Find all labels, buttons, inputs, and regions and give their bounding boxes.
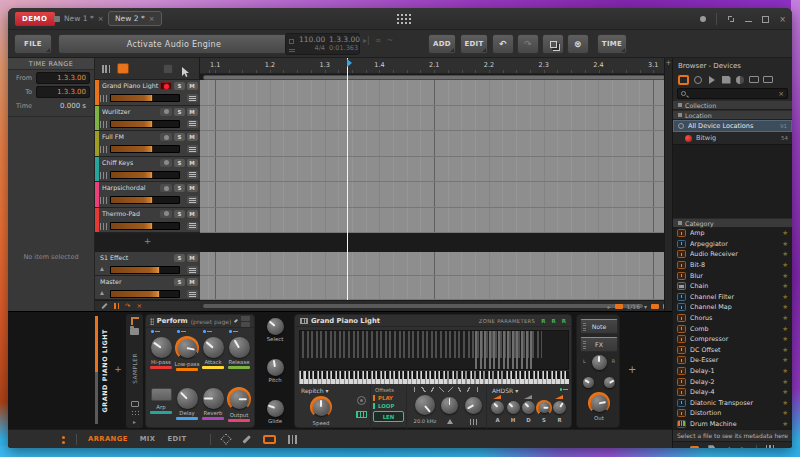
automation-follow-icon[interactable] [114, 303, 119, 309]
track-header[interactable]: HarpsichordalSM [95, 182, 200, 208]
favorite-star-icon[interactable]: ★ [782, 325, 788, 333]
track-header[interactable]: WurlitzerSM [95, 106, 200, 132]
sustain-knob[interactable] [536, 400, 552, 416]
plugins-tab-icon[interactable] [749, 76, 759, 83]
favorite-star-icon[interactable]: ★ [782, 399, 788, 407]
cutoff-knob[interactable] [415, 395, 435, 415]
mute-button[interactable]: M [187, 210, 198, 218]
track-meter-button[interactable] [187, 222, 198, 230]
panel-menu-icon[interactable] [62, 436, 65, 439]
browser-category-item[interactable]: Diatonic Transposer★ [673, 398, 792, 409]
solo-button[interactable]: S [174, 210, 185, 218]
release-control[interactable]: Release [226, 329, 252, 378]
browser-category-item[interactable]: Comb★ [673, 323, 792, 334]
preset-folder-icon[interactable] [130, 328, 139, 335]
ruler-label[interactable]: 1.3 [320, 61, 330, 69]
vst-tab-icon[interactable] [763, 76, 773, 83]
window-close-icon[interactable]: × [779, 15, 786, 24]
track-header[interactable]: Thermo-PadSM [95, 208, 200, 234]
arp-pad-button[interactable] [151, 388, 172, 401]
browser-category-item[interactable]: Channel Filter★ [673, 292, 792, 303]
knob[interactable] [203, 388, 224, 409]
ruler-label[interactable]: 1.4 [374, 61, 384, 69]
hi-pass-control[interactable]: Hi-pass [148, 329, 174, 378]
delay-control[interactable]: Delay [174, 380, 200, 429]
select-macro-knob[interactable]: Select [267, 318, 284, 342]
device-chain-column[interactable]: SAMPLER ▸ [126, 314, 143, 428]
arranger-special-lane[interactable] [200, 252, 672, 276]
activate-audio-engine-button[interactable]: Activate Audio Engine [58, 34, 290, 54]
favorite-star-icon[interactable]: ★ [782, 388, 788, 396]
time-signature-display[interactable]: 4/4 [299, 45, 325, 52]
volume-slider[interactable] [110, 171, 180, 179]
pen-tool-icon[interactable] [242, 435, 250, 443]
vertical-zoom-strip[interactable]: + [664, 58, 672, 311]
audio-event-icon[interactable] [651, 304, 659, 309]
ruler-label[interactable]: 2.1 [429, 61, 439, 69]
solo-button[interactable]: S [174, 82, 185, 90]
note-fx-slot[interactable]: Note [580, 319, 618, 334]
track-header[interactable]: MasterSM [95, 276, 200, 300]
presets-tab-icon[interactable] [694, 76, 702, 84]
track-header[interactable]: S1 EffectSM [95, 252, 200, 276]
playback-mode-select[interactable]: Repitch ▾ [301, 387, 328, 394]
favorite-star-icon[interactable]: ★ [782, 346, 788, 354]
solo-button[interactable]: S [174, 254, 185, 262]
record-arm-button[interactable] [160, 210, 172, 218]
volume-slider[interactable] [110, 120, 180, 128]
track-header[interactable]: Grand Piano LightSM [95, 80, 200, 106]
filter-shape-icon[interactable] [465, 387, 472, 392]
arranger-track-lane[interactable] [200, 208, 672, 234]
browser-category-item[interactable]: Arpeggiator★ [673, 239, 792, 250]
beat-ruler[interactable]: 1.11.21.31.42.12.22.32.43.1 [200, 58, 672, 74]
browser-category-item[interactable]: Delay-1★ [673, 366, 792, 377]
page-up-down-buttons[interactable] [241, 316, 250, 327]
record-arm-button[interactable] [160, 159, 172, 167]
knob[interactable] [267, 318, 284, 335]
redo-icon[interactable]: ↷ [517, 34, 539, 54]
cancel-icon[interactable]: ⊗ [567, 34, 589, 54]
record-arm-button[interactable] [160, 108, 172, 116]
add-device-start-button[interactable]: + [112, 364, 124, 378]
view-edit-button[interactable]: EDIT [167, 435, 186, 443]
undo-icon[interactable]: ↶ [492, 34, 514, 54]
volume-slider[interactable] [110, 196, 180, 204]
favorite-star-icon[interactable]: ★ [782, 250, 788, 258]
samples-tab-icon[interactable] [709, 76, 715, 84]
knob[interactable] [229, 337, 250, 358]
browser-category-item[interactable]: Delay-4★ [673, 387, 792, 398]
devices-tab-icon[interactable] [678, 75, 689, 85]
device-panel-toggle-icon[interactable] [263, 435, 276, 444]
horizontal-scrollbar[interactable] [203, 304, 643, 308]
window-maximize-icon[interactable] [762, 16, 769, 23]
wrench-icon[interactable] [234, 319, 238, 323]
sampler-device-label[interactable]: SAMPLER [132, 353, 138, 384]
solo-button[interactable]: S [174, 159, 185, 167]
knob[interactable] [267, 400, 284, 417]
browser-list-view-icon[interactable] [766, 445, 775, 448]
arranger-track-lane[interactable] [200, 182, 672, 208]
browser-category-item[interactable]: Chain★ [673, 281, 792, 292]
location-section-header[interactable]: Location [673, 110, 792, 120]
tab-close-icon[interactable]: × [98, 15, 104, 23]
view-mix-button[interactable]: MIX [140, 435, 156, 443]
browser-category-item[interactable]: Channel Map★ [673, 302, 792, 313]
filter-mix-knob[interactable] [465, 397, 482, 414]
browser-search-input[interactable]: × [677, 88, 788, 99]
browser-category-item[interactable]: De-Esser★ [673, 355, 792, 366]
track-meter-button[interactable] [187, 145, 198, 153]
favorite-star-icon[interactable]: ★ [782, 229, 788, 237]
add-track-button[interactable]: + [95, 233, 200, 252]
solo-button[interactable]: S [174, 184, 185, 192]
tab-close-icon[interactable]: × [149, 15, 155, 23]
browser-category-item[interactable]: Bit-8★ [673, 260, 792, 271]
keyboard-range-display[interactable] [299, 371, 569, 384]
a-env-knob[interactable] [491, 401, 504, 414]
mixer-panel-toggle-icon[interactable] [288, 435, 298, 444]
pitch-macro-knob[interactable]: Pitch [267, 359, 284, 383]
audio-fx-slot[interactable]: FX [580, 337, 618, 352]
window-minimize-icon[interactable] [745, 20, 752, 22]
swing-icon[interactable]: ~ [386, 36, 393, 45]
width-knob[interactable] [583, 377, 594, 388]
attack-control[interactable]: Attack [200, 329, 226, 378]
